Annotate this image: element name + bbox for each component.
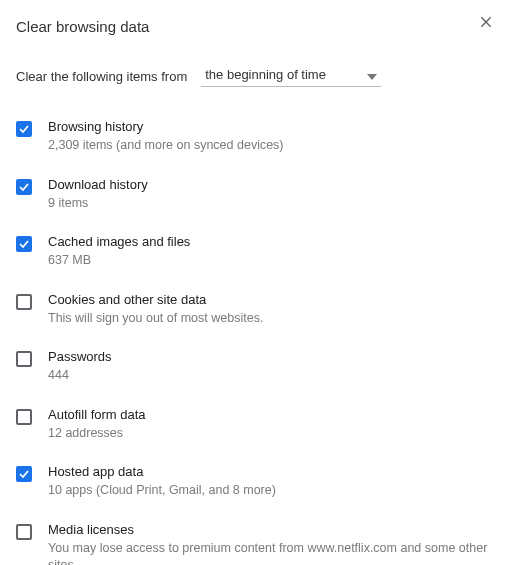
option-desc: 2,309 items (and more on synced devices) — [48, 137, 494, 155]
chevron-down-icon — [367, 70, 377, 85]
option-text: Cached images and files637 MB — [48, 234, 494, 270]
option-checkbox[interactable] — [16, 121, 32, 137]
option-row: Hosted app data10 apps (Cloud Print, Gma… — [16, 456, 494, 514]
option-row: Download history9 items — [16, 169, 494, 227]
option-text: Passwords444 — [48, 349, 494, 385]
option-desc: 10 apps (Cloud Print, Gmail, and 8 more) — [48, 482, 494, 500]
option-checkbox[interactable] — [16, 409, 32, 425]
option-row: Autofill form data12 addresses — [16, 399, 494, 457]
option-row: Passwords444 — [16, 341, 494, 399]
option-checkbox[interactable] — [16, 236, 32, 252]
option-label: Hosted app data — [48, 464, 494, 479]
option-text: Autofill form data12 addresses — [48, 407, 494, 443]
time-range-label: Clear the following items from — [16, 69, 187, 84]
option-desc: 9 items — [48, 195, 494, 213]
option-desc: 12 addresses — [48, 425, 494, 443]
clear-browsing-data-dialog: Clear browsing data Clear the following … — [0, 0, 510, 565]
close-icon — [478, 18, 494, 33]
option-text: Media licensesYou may lose access to pre… — [48, 522, 494, 566]
option-text: Hosted app data10 apps (Cloud Print, Gma… — [48, 464, 494, 500]
option-text: Cookies and other site dataThis will sig… — [48, 292, 494, 328]
option-row: Cookies and other site dataThis will sig… — [16, 284, 494, 342]
option-checkbox[interactable] — [16, 466, 32, 482]
option-label: Passwords — [48, 349, 494, 364]
option-row: Media licensesYou may lose access to pre… — [16, 514, 494, 566]
svg-marker-2 — [367, 74, 377, 80]
option-label: Cached images and files — [48, 234, 494, 249]
option-label: Cookies and other site data — [48, 292, 494, 307]
option-checkbox[interactable] — [16, 294, 32, 310]
option-label: Autofill form data — [48, 407, 494, 422]
close-button[interactable] — [478, 14, 494, 30]
option-label: Download history — [48, 177, 494, 192]
option-desc: This will sign you out of most websites. — [48, 310, 494, 328]
time-range-value: the beginning of time — [205, 67, 326, 82]
option-row: Cached images and files637 MB — [16, 226, 494, 284]
option-label: Browsing history — [48, 119, 494, 134]
option-checkbox[interactable] — [16, 179, 32, 195]
option-text: Download history9 items — [48, 177, 494, 213]
option-desc: 444 — [48, 367, 494, 385]
option-desc: You may lose access to premium content f… — [48, 540, 494, 566]
option-row: Browsing history2,309 items (and more on… — [16, 111, 494, 169]
option-checkbox[interactable] — [16, 351, 32, 367]
option-checkbox[interactable] — [16, 524, 32, 540]
dialog-title: Clear browsing data — [16, 18, 494, 35]
time-range-row: Clear the following items from the begin… — [16, 65, 494, 87]
option-desc: 637 MB — [48, 252, 494, 270]
options-list: Browsing history2,309 items (and more on… — [16, 111, 494, 565]
option-label: Media licenses — [48, 522, 494, 537]
option-text: Browsing history2,309 items (and more on… — [48, 119, 494, 155]
time-range-select[interactable]: the beginning of time — [201, 65, 381, 87]
